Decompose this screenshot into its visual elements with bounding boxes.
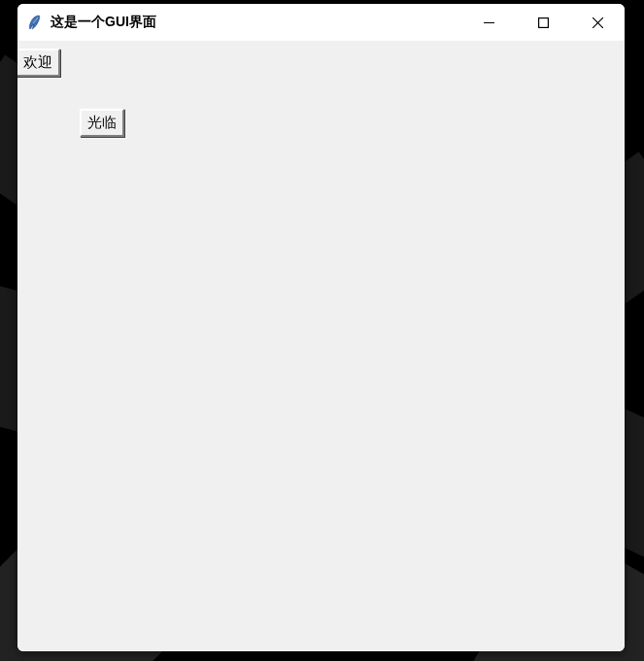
minimize-button[interactable] xyxy=(461,4,516,41)
window-title: 这是一个GUI界面 xyxy=(51,14,156,31)
tk-feather-icon xyxy=(27,15,43,30)
client-area: 欢迎 光临 xyxy=(17,41,625,651)
welcome-button[interactable]: 欢迎 xyxy=(17,49,60,77)
titlebar[interactable]: 这是一个GUI界面 xyxy=(17,4,625,41)
app-window: 这是一个GUI界面 欢迎 光临 xyxy=(17,4,625,651)
maximize-button[interactable] xyxy=(516,4,570,41)
svg-rect-1 xyxy=(538,17,548,27)
close-button[interactable] xyxy=(570,4,625,41)
visit-button[interactable]: 光临 xyxy=(80,109,124,137)
window-controls xyxy=(461,4,625,41)
